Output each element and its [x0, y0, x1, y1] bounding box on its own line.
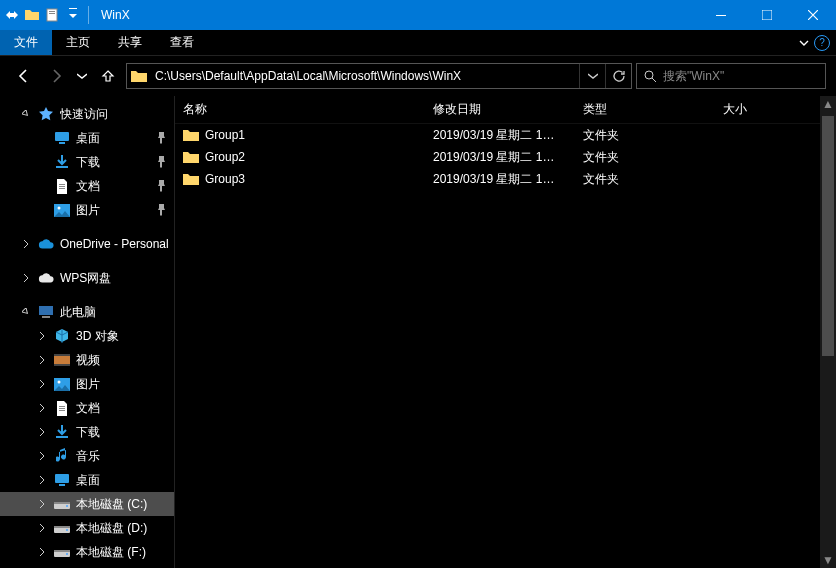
expand-caret[interactable]	[36, 428, 48, 436]
svg-point-33	[66, 529, 68, 531]
recent-locations-button[interactable]	[74, 62, 90, 90]
svg-point-21	[58, 380, 61, 383]
up-button[interactable]	[94, 62, 122, 90]
properties-icon[interactable]	[44, 7, 60, 23]
sidebar-pc-item[interactable]: 本地磁盘 (F:)	[0, 540, 174, 564]
expand-caret[interactable]	[36, 548, 48, 556]
navigation-pane[interactable]: 快速访问·桌面·下载·文档·图片OneDrive - PersonalWPS网盘…	[0, 96, 175, 568]
expand-caret[interactable]	[36, 500, 48, 508]
sidebar-pc-item[interactable]: 文档	[0, 396, 174, 420]
svg-rect-5	[762, 10, 772, 20]
scroll-down-arrow[interactable]: ▼	[820, 552, 836, 568]
sidebar-pc-item[interactable]: 桌面	[0, 468, 174, 492]
sidebar-onedrive[interactable]: OneDrive - Personal	[0, 232, 174, 256]
drive-icon	[54, 496, 70, 512]
expand-caret[interactable]	[20, 308, 32, 316]
address-dropdown-button[interactable]	[579, 64, 605, 88]
svg-rect-22	[59, 406, 65, 407]
svg-rect-25	[56, 436, 68, 438]
sidebar-item-label: 本地磁盘 (D:)	[76, 520, 147, 537]
folder-small-icon[interactable]	[24, 7, 40, 23]
search-input[interactable]	[663, 69, 825, 83]
address-input[interactable]	[151, 69, 579, 83]
sidebar-pc-item[interactable]: 下载	[0, 420, 174, 444]
file-row[interactable]: Group32019/03/19 星期二 1…文件夹	[175, 168, 836, 190]
minimize-button[interactable]	[698, 0, 744, 30]
onedrive-icon	[38, 236, 54, 252]
svg-rect-0	[47, 9, 57, 21]
expand-caret[interactable]	[36, 332, 48, 340]
refresh-button[interactable]	[605, 64, 631, 88]
expand-caret[interactable]	[20, 110, 32, 118]
ribbon-tab-share[interactable]: 共享	[104, 30, 156, 55]
ribbon-tab-home[interactable]: 主页	[52, 30, 104, 55]
search-box[interactable]	[636, 63, 826, 89]
svg-rect-12	[59, 188, 65, 189]
title-bar: WinX	[0, 0, 836, 30]
file-type: 文件夹	[575, 171, 715, 188]
column-headers[interactable]: 名称 修改日期 类型 大小	[175, 96, 836, 124]
sidebar-pc-item[interactable]: 音乐	[0, 444, 174, 468]
back-button[interactable]	[10, 62, 38, 90]
sidebar-pc-item[interactable]: 本地磁盘 (C:)	[0, 492, 174, 516]
expand-caret[interactable]	[20, 274, 32, 282]
sidebar-pc-item[interactable]: 视频	[0, 348, 174, 372]
file-list-pane: 名称 修改日期 类型 大小 Group12019/03/19 星期二 1…文件夹…	[175, 96, 836, 568]
sidebar-item-label: 图片	[76, 202, 100, 219]
svg-point-6	[645, 71, 653, 79]
sidebar-quick-item[interactable]: ·文档	[0, 174, 174, 198]
maximize-button[interactable]	[744, 0, 790, 30]
ribbon-tab-view[interactable]: 查看	[156, 30, 208, 55]
column-type[interactable]: 类型	[575, 101, 715, 118]
svg-rect-7	[55, 132, 69, 141]
sidebar-item-label: 视频	[76, 352, 100, 369]
sidebar-item-label: 本地磁盘 (F:)	[76, 544, 146, 561]
doc-icon	[54, 178, 70, 194]
sidebar-this-pc[interactable]: 此电脑	[0, 300, 174, 324]
sidebar-item-label: WPS网盘	[60, 270, 111, 287]
sidebar-item-label: 下载	[76, 154, 100, 171]
nav-arrows-icon[interactable]	[4, 7, 20, 23]
close-button[interactable]	[790, 0, 836, 30]
address-bar[interactable]	[126, 63, 632, 89]
qat-dropdown[interactable]	[64, 0, 82, 30]
expand-caret[interactable]	[20, 240, 32, 248]
pic-icon	[54, 376, 70, 392]
file-row[interactable]: Group12019/03/19 星期二 1…文件夹	[175, 124, 836, 146]
scroll-up-arrow[interactable]: ▲	[820, 96, 836, 112]
svg-rect-24	[59, 410, 65, 411]
column-name[interactable]: 名称	[175, 101, 425, 118]
forward-button[interactable]	[42, 62, 70, 90]
sidebar-wps[interactable]: WPS网盘	[0, 266, 174, 290]
doc-icon	[54, 400, 70, 416]
sidebar-item-label: 下载	[76, 424, 100, 441]
help-button[interactable]: ?	[814, 35, 830, 51]
expand-caret[interactable]	[36, 404, 48, 412]
ribbon-file-tab[interactable]: 文件	[0, 30, 52, 55]
svg-rect-11	[59, 186, 65, 187]
sidebar-quick-item[interactable]: ·图片	[0, 198, 174, 222]
scroll-thumb[interactable]	[822, 116, 834, 356]
sidebar-quick-item[interactable]: ·下载	[0, 150, 174, 174]
expand-caret[interactable]	[36, 452, 48, 460]
expand-caret[interactable]	[36, 380, 48, 388]
expand-caret[interactable]	[36, 476, 48, 484]
svg-rect-16	[42, 316, 50, 318]
ribbon-expand-button[interactable]	[798, 37, 810, 49]
expand-caret[interactable]	[36, 356, 48, 364]
svg-point-14	[58, 206, 61, 209]
sidebar-pc-item[interactable]: 本地磁盘 (D:)	[0, 516, 174, 540]
column-size[interactable]: 大小	[715, 101, 805, 118]
sidebar-pc-item[interactable]: 图片	[0, 372, 174, 396]
sidebar-quick-access[interactable]: 快速访问	[0, 102, 174, 126]
sidebar-pc-item[interactable]: 3D 对象	[0, 324, 174, 348]
sidebar-item-label: 图片	[76, 376, 100, 393]
expand-caret[interactable]	[36, 524, 48, 532]
3d-icon	[54, 328, 70, 344]
file-type: 文件夹	[575, 127, 715, 144]
file-date: 2019/03/19 星期二 1…	[425, 149, 575, 166]
file-row[interactable]: Group22019/03/19 星期二 1…文件夹	[175, 146, 836, 168]
sidebar-quick-item[interactable]: ·桌面	[0, 126, 174, 150]
vertical-scrollbar[interactable]: ▲ ▼	[820, 96, 836, 568]
column-date[interactable]: 修改日期	[425, 101, 575, 118]
